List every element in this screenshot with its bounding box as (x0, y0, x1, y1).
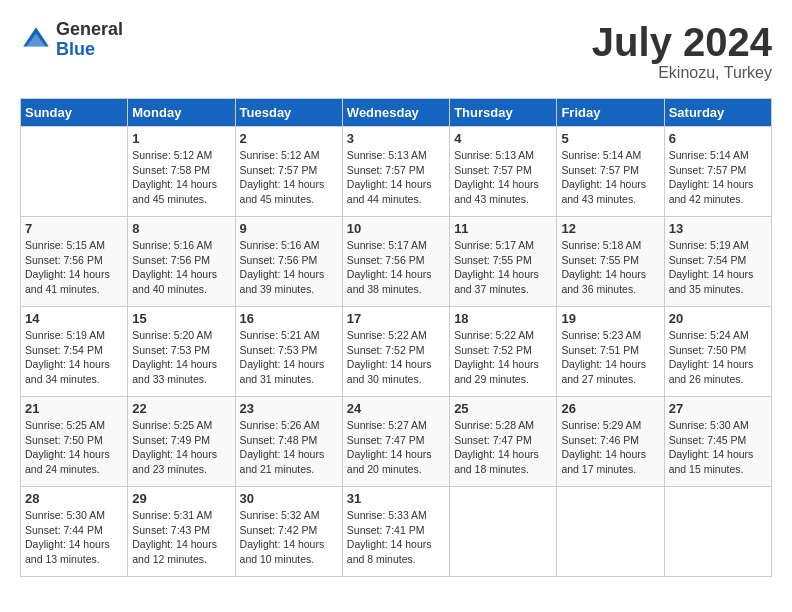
day-info: Sunrise: 5:25 AM Sunset: 7:50 PM Dayligh… (25, 418, 123, 477)
day-number: 6 (669, 131, 767, 146)
calendar-header-wednesday: Wednesday (342, 99, 449, 127)
day-info: Sunrise: 5:23 AM Sunset: 7:51 PM Dayligh… (561, 328, 659, 387)
calendar-header-sunday: Sunday (21, 99, 128, 127)
calendar-cell: 15Sunrise: 5:20 AM Sunset: 7:53 PM Dayli… (128, 307, 235, 397)
calendar-header-monday: Monday (128, 99, 235, 127)
calendar-cell: 11Sunrise: 5:17 AM Sunset: 7:55 PM Dayli… (450, 217, 557, 307)
calendar-cell: 31Sunrise: 5:33 AM Sunset: 7:41 PM Dayli… (342, 487, 449, 577)
day-number: 30 (240, 491, 338, 506)
day-number: 23 (240, 401, 338, 416)
logo: General Blue (20, 20, 123, 60)
day-info: Sunrise: 5:25 AM Sunset: 7:49 PM Dayligh… (132, 418, 230, 477)
day-number: 22 (132, 401, 230, 416)
day-number: 8 (132, 221, 230, 236)
title-block: July 2024 Ekinozu, Turkey (592, 20, 772, 82)
calendar-header-thursday: Thursday (450, 99, 557, 127)
calendar-week-row: 28Sunrise: 5:30 AM Sunset: 7:44 PM Dayli… (21, 487, 772, 577)
day-number: 11 (454, 221, 552, 236)
calendar-week-row: 21Sunrise: 5:25 AM Sunset: 7:50 PM Dayli… (21, 397, 772, 487)
calendar-cell: 28Sunrise: 5:30 AM Sunset: 7:44 PM Dayli… (21, 487, 128, 577)
day-info: Sunrise: 5:30 AM Sunset: 7:45 PM Dayligh… (669, 418, 767, 477)
day-number: 21 (25, 401, 123, 416)
day-number: 4 (454, 131, 552, 146)
day-number: 26 (561, 401, 659, 416)
day-info: Sunrise: 5:19 AM Sunset: 7:54 PM Dayligh… (25, 328, 123, 387)
day-info: Sunrise: 5:28 AM Sunset: 7:47 PM Dayligh… (454, 418, 552, 477)
calendar-cell: 12Sunrise: 5:18 AM Sunset: 7:55 PM Dayli… (557, 217, 664, 307)
day-number: 19 (561, 311, 659, 326)
day-number: 16 (240, 311, 338, 326)
day-number: 3 (347, 131, 445, 146)
calendar-cell: 16Sunrise: 5:21 AM Sunset: 7:53 PM Dayli… (235, 307, 342, 397)
calendar-cell: 29Sunrise: 5:31 AM Sunset: 7:43 PM Dayli… (128, 487, 235, 577)
day-number: 31 (347, 491, 445, 506)
day-info: Sunrise: 5:21 AM Sunset: 7:53 PM Dayligh… (240, 328, 338, 387)
day-number: 27 (669, 401, 767, 416)
logo-general: General (56, 20, 123, 40)
day-info: Sunrise: 5:18 AM Sunset: 7:55 PM Dayligh… (561, 238, 659, 297)
day-info: Sunrise: 5:33 AM Sunset: 7:41 PM Dayligh… (347, 508, 445, 567)
calendar-cell: 30Sunrise: 5:32 AM Sunset: 7:42 PM Dayli… (235, 487, 342, 577)
day-info: Sunrise: 5:13 AM Sunset: 7:57 PM Dayligh… (454, 148, 552, 207)
day-info: Sunrise: 5:26 AM Sunset: 7:48 PM Dayligh… (240, 418, 338, 477)
calendar-cell: 7Sunrise: 5:15 AM Sunset: 7:56 PM Daylig… (21, 217, 128, 307)
calendar-cell: 25Sunrise: 5:28 AM Sunset: 7:47 PM Dayli… (450, 397, 557, 487)
calendar-cell (664, 487, 771, 577)
calendar-cell (450, 487, 557, 577)
calendar-cell: 24Sunrise: 5:27 AM Sunset: 7:47 PM Dayli… (342, 397, 449, 487)
month-title: July 2024 (592, 20, 772, 64)
day-number: 5 (561, 131, 659, 146)
calendar-cell: 23Sunrise: 5:26 AM Sunset: 7:48 PM Dayli… (235, 397, 342, 487)
day-info: Sunrise: 5:17 AM Sunset: 7:55 PM Dayligh… (454, 238, 552, 297)
day-number: 13 (669, 221, 767, 236)
day-info: Sunrise: 5:22 AM Sunset: 7:52 PM Dayligh… (347, 328, 445, 387)
calendar-cell: 6Sunrise: 5:14 AM Sunset: 7:57 PM Daylig… (664, 127, 771, 217)
location-subtitle: Ekinozu, Turkey (592, 64, 772, 82)
calendar-cell: 17Sunrise: 5:22 AM Sunset: 7:52 PM Dayli… (342, 307, 449, 397)
calendar-cell: 9Sunrise: 5:16 AM Sunset: 7:56 PM Daylig… (235, 217, 342, 307)
day-number: 18 (454, 311, 552, 326)
day-info: Sunrise: 5:32 AM Sunset: 7:42 PM Dayligh… (240, 508, 338, 567)
calendar-cell: 18Sunrise: 5:22 AM Sunset: 7:52 PM Dayli… (450, 307, 557, 397)
calendar-week-row: 1Sunrise: 5:12 AM Sunset: 7:58 PM Daylig… (21, 127, 772, 217)
day-info: Sunrise: 5:30 AM Sunset: 7:44 PM Dayligh… (25, 508, 123, 567)
day-info: Sunrise: 5:15 AM Sunset: 7:56 PM Dayligh… (25, 238, 123, 297)
calendar-header-friday: Friday (557, 99, 664, 127)
calendar-cell: 22Sunrise: 5:25 AM Sunset: 7:49 PM Dayli… (128, 397, 235, 487)
day-number: 20 (669, 311, 767, 326)
calendar-cell: 5Sunrise: 5:14 AM Sunset: 7:57 PM Daylig… (557, 127, 664, 217)
calendar-header-saturday: Saturday (664, 99, 771, 127)
day-number: 2 (240, 131, 338, 146)
day-number: 17 (347, 311, 445, 326)
day-number: 28 (25, 491, 123, 506)
day-info: Sunrise: 5:12 AM Sunset: 7:57 PM Dayligh… (240, 148, 338, 207)
day-info: Sunrise: 5:12 AM Sunset: 7:58 PM Dayligh… (132, 148, 230, 207)
calendar-cell: 1Sunrise: 5:12 AM Sunset: 7:58 PM Daylig… (128, 127, 235, 217)
day-info: Sunrise: 5:14 AM Sunset: 7:57 PM Dayligh… (561, 148, 659, 207)
calendar-cell (557, 487, 664, 577)
calendar-cell: 19Sunrise: 5:23 AM Sunset: 7:51 PM Dayli… (557, 307, 664, 397)
calendar-body: 1Sunrise: 5:12 AM Sunset: 7:58 PM Daylig… (21, 127, 772, 577)
calendar-cell: 10Sunrise: 5:17 AM Sunset: 7:56 PM Dayli… (342, 217, 449, 307)
day-info: Sunrise: 5:17 AM Sunset: 7:56 PM Dayligh… (347, 238, 445, 297)
day-number: 29 (132, 491, 230, 506)
calendar-week-row: 7Sunrise: 5:15 AM Sunset: 7:56 PM Daylig… (21, 217, 772, 307)
calendar-cell: 3Sunrise: 5:13 AM Sunset: 7:57 PM Daylig… (342, 127, 449, 217)
calendar-cell: 20Sunrise: 5:24 AM Sunset: 7:50 PM Dayli… (664, 307, 771, 397)
day-number: 25 (454, 401, 552, 416)
calendar-cell: 8Sunrise: 5:16 AM Sunset: 7:56 PM Daylig… (128, 217, 235, 307)
day-number: 7 (25, 221, 123, 236)
calendar-week-row: 14Sunrise: 5:19 AM Sunset: 7:54 PM Dayli… (21, 307, 772, 397)
calendar-header-row: SundayMondayTuesdayWednesdayThursdayFrid… (21, 99, 772, 127)
logo-blue: Blue (56, 40, 123, 60)
day-info: Sunrise: 5:13 AM Sunset: 7:57 PM Dayligh… (347, 148, 445, 207)
day-number: 1 (132, 131, 230, 146)
calendar-header-tuesday: Tuesday (235, 99, 342, 127)
calendar-cell: 26Sunrise: 5:29 AM Sunset: 7:46 PM Dayli… (557, 397, 664, 487)
day-number: 9 (240, 221, 338, 236)
page-header: General Blue July 2024 Ekinozu, Turkey (20, 20, 772, 82)
day-info: Sunrise: 5:19 AM Sunset: 7:54 PM Dayligh… (669, 238, 767, 297)
day-number: 12 (561, 221, 659, 236)
day-info: Sunrise: 5:27 AM Sunset: 7:47 PM Dayligh… (347, 418, 445, 477)
day-info: Sunrise: 5:16 AM Sunset: 7:56 PM Dayligh… (240, 238, 338, 297)
